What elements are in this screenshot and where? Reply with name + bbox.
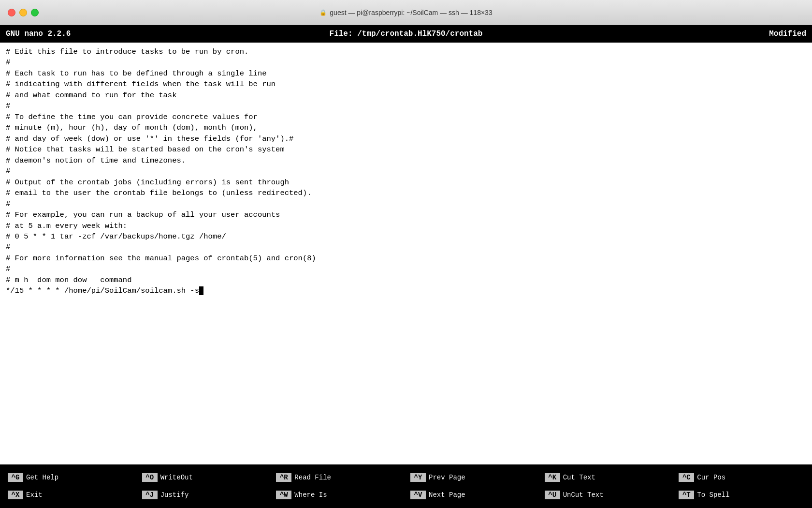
editor-line: # <box>6 101 806 111</box>
editor-line: # at 5 a.m every week with: <box>6 221 806 231</box>
shortcut-key: ^X <box>8 491 23 499</box>
editor-line: # daemon's notion of time and timezones. <box>6 155 806 166</box>
nano-modified: Modified <box>606 30 806 38</box>
editor-line: # Edit this file to introduce tasks to b… <box>6 46 806 57</box>
shortcut-item: ^CCur Pos <box>675 469 808 486</box>
nano-header: GNU nano 2.2.6 File: /tmp/crontab.HlK750… <box>0 25 812 43</box>
shortcut-label: Get Help <box>26 474 58 481</box>
editor-line: # For more information see the manual pa… <box>6 253 806 264</box>
editor-area[interactable]: # Edit this file to introduce tasks to b… <box>0 43 812 464</box>
traffic-lights <box>8 9 39 16</box>
shortcut-key: ^G <box>8 473 23 482</box>
shortcut-key: ^O <box>142 473 158 482</box>
shortcut-label: Exit <box>26 491 43 499</box>
shortcut-item: ^KCut Text <box>541 469 674 486</box>
editor-line: # <box>6 199 806 209</box>
nano-version: GNU nano 2.2.6 <box>6 30 206 38</box>
editor-line: # 0 5 * * 1 tar -zcf /var/backups/home.t… <box>6 231 806 242</box>
shortcut-item: ^VNext Page <box>406 487 540 503</box>
shortcut-key: ^R <box>276 473 291 482</box>
shortcut-label: Cut Text <box>563 474 595 481</box>
editor-line: # Output of the crontab jobs (including … <box>6 177 806 188</box>
shortcut-key: ^Y <box>410 473 426 482</box>
shortcut-item: ^UUnCut Text <box>541 487 674 503</box>
editor-line: # To define the time you can provide con… <box>6 112 806 122</box>
shortcut-key: ^U <box>545 491 560 499</box>
shortcut-label: Read File <box>294 474 331 481</box>
editor-line: # <box>6 242 806 253</box>
lock-icon: 🔒 <box>319 9 327 16</box>
editor-line: # Notice that tasks will be started base… <box>6 144 806 155</box>
shortcut-label: To Spell <box>697 491 729 499</box>
shortcut-key: ^J <box>142 491 158 499</box>
shortcut-label: UnCut Text <box>563 491 604 499</box>
editor-line: # m h dom mon dow command <box>6 275 806 285</box>
shortcut-item: ^TTo Spell <box>675 487 808 503</box>
shortcut-item: ^YPrev Page <box>406 469 540 486</box>
editor-line: # email to the user the crontab file bel… <box>6 188 806 198</box>
shortcut-item: ^OWriteOut <box>138 469 272 486</box>
close-button[interactable] <box>8 9 15 16</box>
shortcut-item: ^GGet Help <box>4 469 137 486</box>
editor-line: # and what command to run for the task <box>6 90 806 101</box>
text-cursor <box>199 286 203 295</box>
shortcut-key: ^W <box>276 491 291 499</box>
minimize-button[interactable] <box>19 9 27 16</box>
shortcut-key: ^T <box>679 491 694 499</box>
shortcut-item: ^XExit <box>4 487 137 503</box>
editor-line: # <box>6 264 806 274</box>
nano-filename: File: /tmp/crontab.HlK750/crontab <box>206 30 606 38</box>
shortcut-key: ^V <box>410 491 426 499</box>
shortcut-item: ^JJustify <box>138 487 272 503</box>
editor-line: # For example, you can run a backup of a… <box>6 209 806 220</box>
window-title: 🔒 guest — pi@raspberrypi: ~/SoilCam — ss… <box>319 9 492 16</box>
title-bar: 🔒 guest — pi@raspberrypi: ~/SoilCam — ss… <box>0 0 812 25</box>
editor-line: # and day of week (dow) or use '*' in th… <box>6 134 806 144</box>
shortcut-label: Where Is <box>294 491 327 499</box>
shortcut-label: Justify <box>160 491 189 499</box>
shortcut-label: Prev Page <box>429 474 465 481</box>
shortcut-key: ^K <box>545 473 560 482</box>
shortcut-item: ^WWhere Is <box>272 487 406 503</box>
editor-line: # <box>6 57 806 68</box>
shortcut-item: ^RRead File <box>272 469 406 486</box>
shortcut-label: WriteOut <box>160 474 193 481</box>
shortcut-label: Cur Pos <box>697 474 725 481</box>
editor-line: # Each task to run has to be defined thr… <box>6 68 806 79</box>
maximize-button[interactable] <box>31 9 39 16</box>
editor-line: # indicating with different fields when … <box>6 79 806 90</box>
shortcut-label: Next Page <box>429 491 465 499</box>
shortcut-key: ^C <box>679 473 694 482</box>
editor-line: # <box>6 166 806 177</box>
editor-line: # minute (m), hour (h), day of month (do… <box>6 122 806 133</box>
shortcut-grid: ^GGet Help^OWriteOut^RRead File^YPrev Pa… <box>0 467 812 505</box>
editor-line: */15 * * * * /home/pi/SoilCam/soilcam.sh… <box>6 285 806 296</box>
shortcuts-bar: ^GGet Help^OWriteOut^RRead File^YPrev Pa… <box>0 464 812 508</box>
